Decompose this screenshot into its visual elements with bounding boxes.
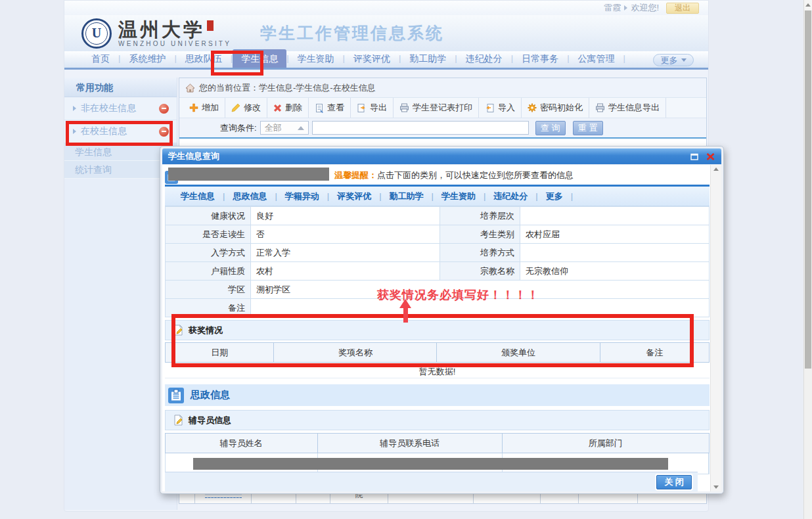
university-logo-icon: U	[81, 18, 112, 49]
table-row: 户籍性质 农村 宗教名称 无宗教信仰	[166, 262, 709, 281]
nav-item-awards[interactable]: 评奖评优	[345, 49, 399, 68]
field-value: 正常入学	[251, 244, 440, 261]
field-label: 是否走读生	[166, 225, 251, 243]
dialog-footer: 关 闭	[165, 472, 698, 491]
print-registration-button[interactable]: 学生登记表打印	[394, 98, 479, 118]
import-button[interactable]: 导入	[479, 98, 522, 118]
nav-item-political-team[interactable]: 思政队伍	[177, 49, 231, 68]
student-info-export-button[interactable]: 学生信息导出	[589, 98, 666, 118]
chevron-down-icon	[681, 58, 687, 62]
button-label: 修改	[244, 102, 261, 114]
counselor-table-header: 辅导员姓名 辅导员联系电话 所属部门	[165, 433, 710, 453]
sidebar-item-non-enrolled[interactable]: 非在校生信息	[64, 97, 177, 120]
nav-item-apartment[interactable]: 公寓管理	[570, 49, 623, 68]
main-nav: 首页| 系统维护| 思政队伍| 学生信息| 学生资助| 评奖评优| 勤工助学| …	[64, 51, 708, 70]
chevron-right-icon	[73, 129, 76, 134]
university-name-en: WENZHOU UNIVERSITY	[118, 40, 231, 47]
sidebar-item-enrolled[interactable]: 在校生信息	[64, 120, 177, 143]
nav-item-work-study[interactable]: 勤工助学	[401, 49, 455, 68]
add-button[interactable]: 增加	[183, 98, 225, 118]
button-label: 删除	[285, 102, 302, 114]
dialog-body: 温馨提醒：点击下面的类别，可以快速定位到您所要查看的信息 学生信息| 思政信息|…	[162, 165, 721, 491]
minus-circle-icon[interactable]	[159, 104, 169, 114]
page-scrollbar[interactable]	[803, 0, 812, 519]
nav-more-button[interactable]: 更多	[653, 54, 694, 66]
dialog-scrollbar[interactable]	[710, 165, 721, 491]
header: U 温州大学 WENZHOU UNIVERSITY 学生工作管理信息系统	[64, 15, 708, 51]
dialog-titlebar[interactable]: 学生信息查询	[162, 148, 721, 164]
field-value	[520, 207, 709, 225]
scroll-up-icon[interactable]	[713, 168, 719, 171]
dialog-tabs: 学生信息| 思政信息| 学籍异动| 评奖评优| 勤工助学| 学生资助| 违纪处分…	[165, 187, 710, 206]
scroll-up-icon[interactable]	[804, 0, 812, 10]
field-label: 备注	[166, 299, 251, 317]
query-label: 查询条件:	[220, 122, 257, 134]
nav-item-discipline[interactable]: 违纪处分	[457, 49, 511, 68]
field-label: 考生类别	[440, 225, 520, 243]
section-title: 思政信息	[191, 389, 230, 401]
view-doc-icon	[315, 103, 324, 113]
close-button[interactable]: 关 闭	[656, 475, 692, 489]
reset-button[interactable]: 重 置	[573, 121, 603, 135]
search-button[interactable]: 查 询	[535, 121, 566, 135]
field-label: 入学方式	[166, 244, 251, 261]
select-value: 全部	[265, 122, 282, 134]
column-header: 奖项名称	[274, 343, 437, 362]
field-value: 农村应届	[520, 225, 709, 243]
query-bar: 查询条件: 全部 查 询 重 置	[179, 118, 706, 139]
university-name-zh: 温州大学	[118, 19, 205, 40]
field-label: 户籍性质	[166, 262, 251, 280]
tab-student-info[interactable]: 学生信息	[173, 191, 223, 202]
nav-item-student-aid[interactable]: 学生资助	[289, 49, 343, 68]
nav-item-home[interactable]: 首页	[83, 49, 118, 68]
tab-status-change[interactable]: 学籍异动	[277, 191, 327, 202]
scroll-down-icon[interactable]	[713, 485, 719, 489]
scrollbar-thumb[interactable]	[805, 11, 811, 369]
import-icon	[485, 103, 495, 113]
table-row: 入学方式 正常入学 培养方式	[166, 244, 709, 262]
tab-student-aid[interactable]: 学生资助	[434, 191, 484, 202]
field-label: 宗教名称	[440, 262, 520, 280]
nav-more-label: 更多	[661, 55, 678, 66]
nav-item-daily-affairs[interactable]: 日常事务	[513, 49, 567, 68]
edit-button[interactable]: 修改	[225, 98, 267, 118]
notice-label: 温馨提醒：	[334, 170, 377, 180]
redaction-block	[168, 168, 329, 181]
close-icon[interactable]	[706, 152, 715, 161]
seal-icon	[207, 20, 214, 31]
query-filter-select[interactable]: 全部	[260, 121, 309, 135]
maximize-icon[interactable]	[690, 153, 699, 160]
password-init-button[interactable]: 密码初始化	[522, 98, 589, 118]
table-row: 是否走读生 否 考生类别 农村应届	[166, 225, 709, 244]
button-label: 查看	[327, 102, 344, 114]
delete-button[interactable]: 删除	[267, 98, 309, 118]
arrow-right-icon	[624, 5, 627, 11]
field-label: 培养层次	[440, 207, 520, 225]
sidebar-item-label: 非在校生信息	[81, 102, 136, 114]
nav-item-student-info[interactable]: 学生信息	[233, 49, 286, 68]
student-info-dialog: 学生信息查询 温馨提醒：点击下面的类别，可以快速定位到您所要查看的信息 学生信息…	[160, 146, 724, 494]
query-input[interactable]	[312, 121, 529, 135]
button-label: 学生信息导出	[608, 102, 660, 114]
minus-circle-icon[interactable]	[159, 127, 169, 137]
counselor-section-header: 辅导员信息	[165, 410, 710, 430]
export-button[interactable]: 导出	[351, 98, 394, 118]
tab-discipline[interactable]: 违纪处分	[485, 191, 535, 202]
button-label: 导入	[498, 102, 515, 114]
view-button[interactable]: 查看	[309, 98, 351, 118]
breadcrumb: 您的当前位置：学生信息-学生信息-在校生信息	[179, 78, 706, 98]
redaction-block	[193, 458, 668, 470]
sidebar-header: 常用功能	[64, 78, 177, 97]
tab-work-study[interactable]: 勤工助学	[382, 191, 432, 202]
tab-more[interactable]: 更多	[538, 191, 571, 202]
nav-item-system[interactable]: 系统维护	[120, 49, 174, 68]
logout-button[interactable]: 退出	[666, 3, 699, 14]
table-row: 健康状况 良好 培养层次	[166, 207, 709, 225]
tab-political-info[interactable]: 思政信息	[225, 191, 275, 202]
field-value: 否	[251, 225, 440, 243]
dialog-title: 学生信息查询	[168, 150, 219, 162]
field-value	[520, 244, 709, 261]
system-title: 学生工作管理信息系统	[260, 22, 444, 44]
button-label: 增加	[202, 102, 219, 114]
tab-awards[interactable]: 评奖评优	[329, 191, 379, 202]
